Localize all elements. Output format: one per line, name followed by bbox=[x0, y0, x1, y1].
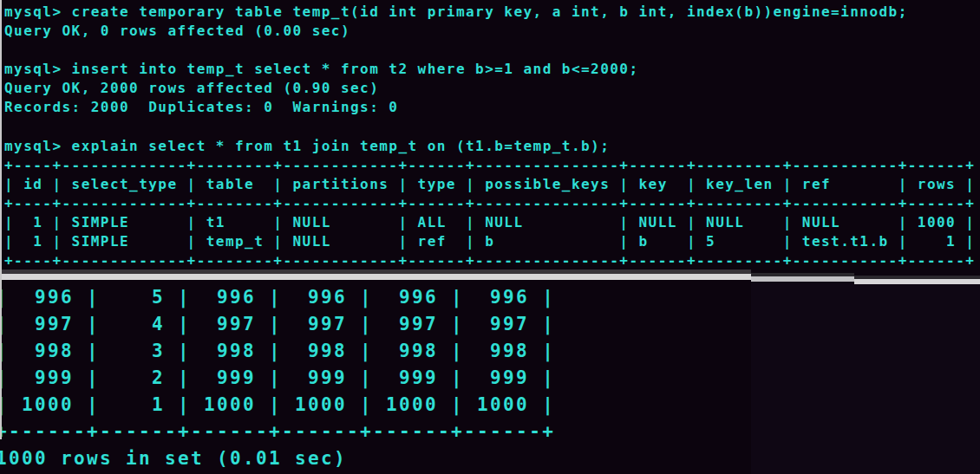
terminal-line: Records: 2000 Duplicates: 0 Warnings: 0 bbox=[4, 98, 975, 117]
explain-table-border: +----+-------------+--------+-----------… bbox=[4, 251, 975, 270]
rows-in-set-status: 1000 rows in set (0.01 sec) bbox=[0, 445, 555, 472]
result-table-row: | 997 | 4 | 997 | 997 | 997 | 997 | bbox=[0, 311, 555, 338]
terminal-line bbox=[4, 118, 975, 137]
explain-table-border: +----+-------------+--------+-----------… bbox=[4, 194, 975, 213]
terminal-line bbox=[4, 41, 975, 60]
terminal-line: Query OK, 0 rows affected (0.00 sec) bbox=[4, 22, 975, 41]
terminal-line: mysql> create temporary table temp_t(id … bbox=[4, 3, 975, 22]
mysql-session-terminal[interactable]: mysql> create temporary table temp_t(id … bbox=[4, 3, 975, 270]
explain-table-border: +----+-------------+--------+-----------… bbox=[4, 156, 975, 175]
query-result-terminal[interactable]: | 996 | 5 | 996 | 996 | 996 | 996 || 997… bbox=[0, 284, 555, 472]
explain-table-header: | id | select_type | table | partitions … bbox=[4, 175, 975, 194]
horizontal-scrollbar-segment bbox=[854, 279, 980, 284]
explain-table-row: | 1 | SIMPLE | t1 | NULL | ALL | NULL | … bbox=[4, 213, 975, 232]
horizontal-scrollbar-segment bbox=[751, 276, 854, 282]
result-table-row: | 999 | 2 | 999 | 999 | 999 | 999 | bbox=[0, 365, 555, 392]
result-table-border: +------+------+------+------+------+----… bbox=[0, 419, 555, 445]
explain-table-row: | 1 | SIMPLE | temp_t | NULL | ref | b |… bbox=[4, 232, 975, 251]
window-left-edge bbox=[0, 0, 2, 439]
result-table-row: | 998 | 3 | 998 | 998 | 998 | 998 | bbox=[0, 338, 555, 365]
terminal-line: mysql> explain select * from t1 join tem… bbox=[4, 137, 975, 156]
result-table-row: | 1000 | 1 | 1000 | 1000 | 1000 | 1000 | bbox=[0, 392, 555, 419]
background-window-region bbox=[751, 279, 980, 474]
terminal-line: mysql> insert into temp_t select * from … bbox=[4, 60, 975, 79]
result-table-row: | 996 | 5 | 996 | 996 | 996 | 996 | bbox=[0, 284, 555, 311]
horizontal-scrollbar-segment bbox=[0, 274, 751, 280]
terminal-screen: mysql> create temporary table temp_t(id … bbox=[0, 0, 980, 474]
terminal-line: Query OK, 2000 rows affected (0.90 sec) bbox=[4, 79, 975, 98]
